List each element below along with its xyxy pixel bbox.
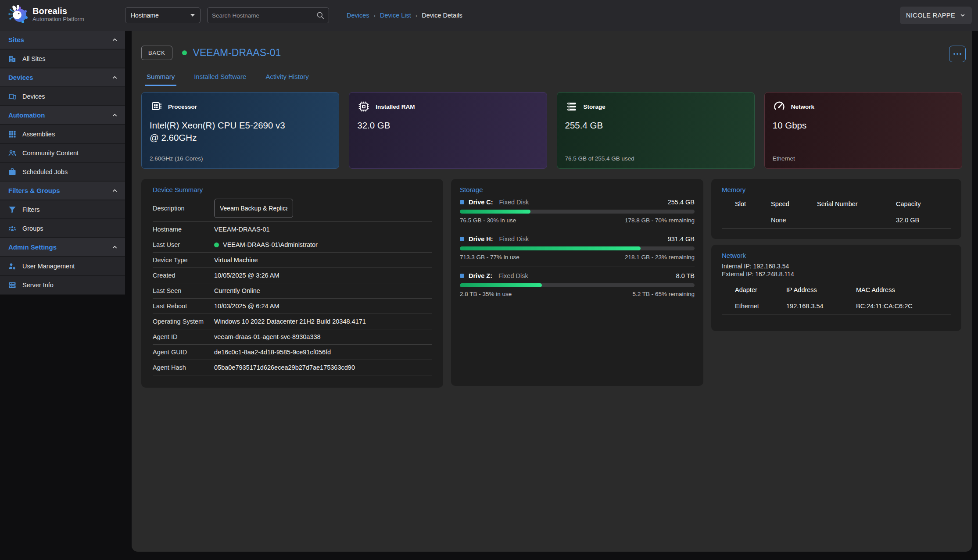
column-header: Capacity — [896, 199, 951, 212]
card-title: Storage — [584, 103, 605, 110]
storage-panel-title: Storage — [460, 186, 695, 193]
breadcrumb-device-details: Device Details — [422, 12, 462, 19]
adapter-ip: 192.168.3.54 — [786, 298, 856, 314]
devices-icon — [8, 92, 17, 101]
table-row: Last Seen Currently Online — [153, 283, 432, 299]
row-value: VEEAM-DRAAS-01 — [214, 226, 270, 233]
table-row: None 32.0 GB — [722, 212, 951, 228]
table-row: Created 10/05/2025 @ 3:26 AM — [153, 268, 432, 283]
table-row: Description — [153, 195, 432, 222]
row-value: 05ba0e7935171d626ecea29b27d7ae175363cd90 — [214, 364, 355, 371]
row-label: Agent Hash — [153, 364, 214, 371]
sidebar-section-sites[interactable]: Sites — [0, 31, 125, 50]
ellipsis-icon — [960, 53, 961, 55]
network-panel-title: Network — [722, 252, 951, 259]
sidebar-section-filters-groups[interactable]: Filters & Groups — [0, 182, 125, 200]
column-header: Serial Number — [817, 199, 896, 212]
row-value: de16c0c1-8aa2-4d18-9585-9ce91cf056fd — [214, 349, 331, 356]
row-label: Agent ID — [153, 333, 214, 340]
drive-capacity: 8.0 TB — [676, 272, 695, 279]
sidebar-item-label: User Management — [22, 263, 75, 270]
device-summary-table: Description Hostname VEEAM-DRAAS-01 Last… — [153, 195, 432, 375]
sidebar-item-all-sites[interactable]: All Sites — [0, 50, 125, 68]
filter-icon — [8, 205, 17, 214]
detail-panels-row: Device Summary Description Hostname VEEA… — [141, 179, 962, 388]
sidebar-item-scheduled-jobs[interactable]: Scheduled Jobs — [0, 163, 125, 182]
card-title: Network — [791, 103, 814, 110]
memory-capacity: 32.0 GB — [896, 212, 951, 228]
sidebar-section-admin-settings[interactable]: Admin Settings — [0, 238, 125, 257]
chevron-up-icon — [111, 74, 118, 81]
storage-panel: Storage Drive C: Fixed Disk 255.4 GB 76.… — [451, 179, 703, 386]
description-input[interactable] — [214, 199, 293, 218]
table-row: Device Type Virtual Machine — [153, 253, 432, 268]
row-label: Last Reboot — [153, 303, 214, 310]
sidebar-item-assemblies[interactable]: Assemblies — [0, 125, 125, 144]
table-row: Agent ID veeam-draas-01-agent-svc-8930a3… — [153, 329, 432, 345]
sidebar: Sites All Sites Devices Devices — [0, 31, 125, 295]
drive-usage-bar — [460, 246, 695, 250]
grid-icon — [8, 130, 17, 139]
drive-remaining-text: 5.2 TB - 65% remaining — [632, 291, 695, 297]
sidebar-item-devices[interactable]: Devices — [0, 87, 125, 106]
processor-card: Processor Intel(R) Xeon(R) CPU E5-2690 v… — [141, 92, 339, 169]
row-label: Last User — [153, 241, 214, 248]
drive-type: Fixed Disk — [498, 272, 528, 279]
tab-activity-history[interactable]: Activity History — [264, 69, 310, 86]
brand: Borealis Automation Platform — [7, 4, 84, 25]
more-actions-button[interactable] — [949, 46, 966, 62]
breadcrumb-separator: › — [374, 12, 376, 19]
storage-value: 255.4 GB — [565, 119, 710, 132]
breadcrumb-device-list[interactable]: Device List — [380, 12, 411, 19]
drive-usage-fill — [460, 246, 641, 250]
memory-panel: Memory Slot Speed Serial Number Capacity… — [711, 179, 961, 239]
sidebar-section-devices[interactable]: Devices — [0, 68, 125, 87]
sidebar-item-groups[interactable]: Groups — [0, 219, 125, 238]
search-input[interactable] — [208, 12, 316, 19]
drive-usage-bar — [460, 210, 695, 214]
memory-table: Slot Speed Serial Number Capacity None 3… — [722, 199, 951, 228]
memory-speed: None — [771, 212, 817, 228]
sidebar-item-user-management[interactable]: User Management — [0, 257, 125, 276]
hostname-filter-select[interactable]: Hostname — [125, 7, 201, 23]
table-row: Hostname VEEAM-DRAAS-01 — [153, 222, 432, 237]
breadcrumb: Devices › Device List › Device Details — [347, 0, 462, 31]
sidebar-item-filters[interactable]: Filters — [0, 200, 125, 219]
top-bar: Borealis Automation Platform Hostname De… — [0, 0, 978, 31]
memory-serial — [817, 216, 896, 225]
rabbit-gear-logo-icon — [7, 4, 28, 25]
memory-panel-title: Memory — [722, 186, 951, 193]
column-header: Adapter — [735, 285, 786, 298]
sidebar-item-label: Devices — [22, 93, 45, 100]
sidebar-item-community-content[interactable]: Community Content — [0, 144, 125, 163]
drive-used-text: 2.8 TB - 35% in use — [460, 291, 512, 297]
back-button[interactable]: BACK — [141, 46, 172, 60]
drive-remaining-text: 178.8 GB - 70% remaining — [625, 217, 695, 224]
row-value: Currently Online — [214, 287, 260, 294]
briefcase-icon — [8, 168, 17, 176]
breadcrumb-devices[interactable]: Devices — [347, 12, 369, 19]
sidebar-section-label: Sites — [8, 36, 24, 43]
sidebar-section-automation[interactable]: Automation — [0, 106, 125, 125]
drive-name: Drive Z: — [469, 272, 492, 279]
processor-value: Intel(R) Xeon(R) CPU E5-2690 v3 @ 2.60GH… — [150, 119, 294, 143]
brand-name: Borealis — [32, 6, 84, 16]
groups-icon — [8, 224, 17, 233]
chevron-up-icon — [111, 244, 118, 250]
row-label: Created — [153, 272, 214, 279]
external-ip: External IP: 162.248.8.114 — [722, 271, 951, 278]
internal-ip: Internal IP: 192.168.3.54 — [722, 263, 951, 270]
server-icon — [8, 281, 17, 289]
drive-bullet-icon — [460, 274, 464, 278]
sidebar-item-server-info[interactable]: Server Info — [0, 276, 125, 295]
search-box[interactable] — [207, 7, 329, 23]
drive-row-z: Drive Z: Fixed Disk 8.0 TB 2.8 TB - 35% … — [460, 267, 695, 303]
installed-ram-value: 32.0 GB — [357, 119, 502, 132]
card-title: Installed RAM — [376, 103, 415, 110]
user-menu-button[interactable]: NICOLE RAPPE — [900, 7, 972, 24]
sidebar-item-label: Community Content — [22, 150, 79, 157]
row-value: Virtual Machine — [214, 257, 258, 264]
tab-installed-software[interactable]: Installed Software — [192, 69, 248, 86]
search-icon — [316, 11, 325, 20]
tab-summary[interactable]: Summary — [145, 69, 176, 86]
